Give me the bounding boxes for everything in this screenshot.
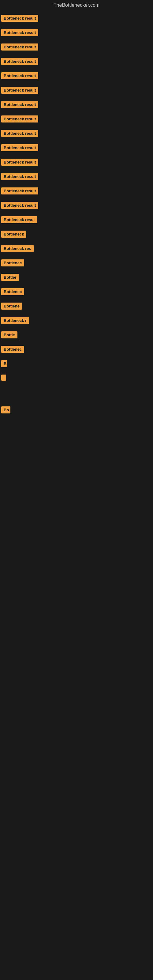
list-item — [0, 385, 153, 391]
list-item: B — [0, 357, 153, 371]
bottleneck-badge[interactable]: Bottleneck result — [1, 173, 38, 180]
bottleneck-badge[interactable]: Bottleneck result — [1, 202, 38, 209]
list-item: Bo — [0, 403, 153, 418]
bottleneck-badge[interactable]: Bottleneck result — [1, 72, 38, 79]
list-item: Bottleneck r — [0, 314, 153, 328]
list-item: Bottleneck res — [0, 242, 153, 256]
list-item: Bottleneck result — [0, 127, 153, 141]
bottleneck-badge[interactable]: Bo — [1, 406, 10, 414]
bottleneck-badge[interactable]: Bottleneck result — [1, 144, 38, 151]
list-item: Bottleneck result — [0, 112, 153, 127]
list-item — [0, 391, 153, 397]
site-title: TheBottlenecker.com — [0, 0, 153, 12]
bottleneck-badge[interactable]: Bottleneck result — [1, 188, 38, 194]
list-item: Bottleneck result — [0, 40, 153, 55]
list-item: Bottlenec — [0, 343, 153, 357]
list-item — [0, 418, 153, 424]
list-item: Bottlenec — [0, 256, 153, 271]
list-item: Bottlene — [0, 299, 153, 314]
list-item — [0, 430, 153, 436]
bottleneck-badge[interactable]: Bottleneck resul — [1, 216, 37, 223]
list-item: Bottleneck result — [0, 69, 153, 84]
list-item: Bottleneck — [0, 228, 153, 242]
bottleneck-badge[interactable]: Bottleneck result — [1, 130, 38, 137]
list-item: Bottleneck result — [0, 84, 153, 98]
bottleneck-badge[interactable]: Bottleneck res — [1, 245, 33, 252]
list-item: Bottleneck result — [0, 156, 153, 170]
bottleneck-badge[interactable]: Bottleneck result — [1, 43, 38, 51]
list-item — [0, 424, 153, 430]
list-item: Bottleneck resul — [0, 213, 153, 228]
list-item: Bottleneck result — [0, 185, 153, 199]
bottleneck-badge[interactable]: Bottlenec — [1, 288, 24, 295]
bottleneck-badge — [1, 375, 6, 381]
bottleneck-badge[interactable]: Bottleneck result — [1, 58, 38, 65]
bottleneck-badge[interactable]: Bottleneck result — [1, 115, 38, 123]
list-item: Bottleneck result — [0, 55, 153, 69]
list-item: Bottleneck result — [0, 12, 153, 26]
bottleneck-badge[interactable]: B — [1, 360, 7, 367]
bottleneck-badge[interactable]: Bottlene — [1, 302, 22, 310]
bottleneck-badge[interactable]: Bottleneck result — [1, 15, 38, 22]
bottleneck-badge[interactable]: Bottleneck result — [1, 101, 38, 108]
list-item: Bottlenec — [0, 285, 153, 299]
list-item: Bottleneck result — [0, 199, 153, 213]
bottleneck-badge[interactable]: Bottleneck result — [1, 159, 38, 166]
bottleneck-badge[interactable]: Bottlenec — [1, 346, 24, 353]
list-item: Bottleneck result — [0, 26, 153, 40]
bottleneck-badge[interactable]: Bottleneck — [1, 231, 26, 238]
list-item: Bottleneck result — [0, 170, 153, 185]
bottleneck-badge[interactable]: Bottleneck r — [1, 317, 29, 324]
bottleneck-badge[interactable]: Bottler — [1, 274, 19, 281]
list-item: Bottler — [0, 271, 153, 285]
list-item: Bottleneck result — [0, 141, 153, 156]
bottleneck-badge[interactable]: Bottle — [1, 331, 18, 339]
bottleneck-badge[interactable]: Bottleneck result — [1, 87, 38, 94]
list-item: Bottleneck result — [0, 98, 153, 112]
list-item — [0, 397, 153, 403]
bottleneck-badge[interactable]: Bottleneck result — [1, 29, 38, 36]
list-item — [0, 371, 153, 385]
list-item: Bottle — [0, 328, 153, 343]
bottleneck-badge[interactable]: Bottlenec — [1, 259, 24, 266]
